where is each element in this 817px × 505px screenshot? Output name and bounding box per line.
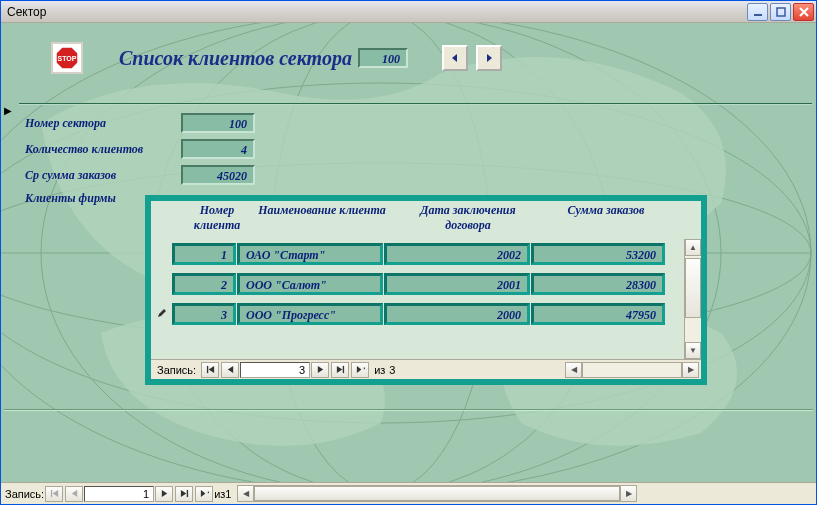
titlebar: Сектор [1, 1, 816, 23]
cell-sum[interactable]: 47950 [531, 303, 665, 325]
next-record-button[interactable] [311, 362, 329, 378]
svg-marker-28 [201, 490, 206, 497]
scroll-thumb[interactable] [685, 258, 701, 318]
current-record-marker: ▶ [4, 105, 14, 116]
cell-name[interactable]: ООО "Прогресс" [237, 303, 383, 325]
avg-sum-label: Ср сумма заказов [25, 168, 181, 183]
record-label: Запись: [157, 364, 196, 376]
svg-marker-15 [208, 366, 213, 373]
sector-code-display: 100 [358, 48, 408, 68]
client-count-field: 4 [181, 139, 255, 159]
edit-row-marker-icon[interactable] [153, 308, 171, 320]
client-count-label: Количество клиентов [25, 142, 181, 157]
svg-marker-13 [487, 54, 492, 62]
form-content: STOP Список клиентов сектора 100 ▶ Номер… [1, 23, 816, 482]
col-header-name: Наименование клиента [249, 203, 395, 233]
close-button[interactable] [793, 3, 814, 21]
new-record-button[interactable]: * [195, 486, 213, 502]
first-record-button[interactable] [45, 486, 63, 502]
svg-marker-12 [452, 54, 457, 62]
hscroll-thumb[interactable] [254, 486, 620, 501]
subform-header-row: Номер клиента Наименование клиента Дата … [151, 201, 701, 239]
window-title: Сектор [7, 5, 745, 19]
cell-sum[interactable]: 53200 [531, 243, 665, 265]
avg-sum-field: 45020 [181, 165, 255, 185]
prev-record-button[interactable] [221, 362, 239, 378]
cell-date[interactable]: 2000 [384, 303, 530, 325]
page-title: Список клиентов сектора [119, 47, 352, 70]
col-header-sum: Сумма заказов [541, 203, 671, 233]
record-number-input[interactable] [84, 486, 154, 502]
app-window: Сектор [0, 0, 817, 505]
last-record-button[interactable] [175, 486, 193, 502]
svg-marker-26 [181, 490, 186, 497]
svg-marker-20 [357, 366, 362, 373]
cell-name[interactable]: ООО "Салют" [237, 273, 383, 295]
clients-subform: Номер клиента Наименование клиента Дата … [145, 195, 707, 385]
prev-sector-button[interactable] [442, 45, 468, 71]
svg-marker-17 [317, 366, 322, 373]
hscroll-track[interactable] [254, 485, 620, 502]
cell-sum[interactable]: 28300 [531, 273, 665, 295]
hscroll-right-button[interactable]: ▶ [682, 362, 699, 378]
svg-marker-16 [227, 366, 232, 373]
table-row: 2 ООО "Салют" 2001 28300 [151, 269, 684, 299]
subform-record-navigator: Запись: * из 3 ◀ ▶ [151, 359, 701, 379]
cell-num[interactable]: 3 [172, 303, 236, 325]
svg-rect-19 [342, 366, 343, 373]
subform-vertical-scrollbar[interactable]: ▲ ▼ [684, 239, 701, 359]
subform-body: 1 ОАО "Старт" 2002 53200 2 ООО "Салют" 2… [151, 239, 701, 359]
new-record-button[interactable]: * [351, 362, 369, 378]
sector-number-field[interactable]: 100 [181, 113, 255, 133]
svg-text:*: * [207, 489, 209, 498]
table-row: 3 ООО "Прогресс" 2000 47950 [151, 299, 684, 329]
form-header: STOP Список клиентов сектора 100 [1, 33, 816, 83]
cell-num[interactable]: 1 [172, 243, 236, 265]
svg-marker-23 [52, 490, 57, 497]
col-header-num: Номер клиента [185, 203, 249, 233]
sector-number-label: Номер сектора [25, 116, 181, 131]
next-record-button[interactable] [155, 486, 173, 502]
scroll-down-button[interactable]: ▼ [685, 342, 701, 359]
hscroll-track[interactable] [582, 362, 682, 378]
prev-record-button[interactable] [65, 486, 83, 502]
svg-text:*: * [363, 365, 365, 374]
separator [19, 103, 812, 105]
svg-rect-0 [754, 14, 762, 16]
maximize-button[interactable] [770, 3, 791, 21]
svg-marker-24 [71, 490, 76, 497]
record-label: Запись: [5, 488, 44, 500]
total-records: 1 [225, 488, 231, 500]
svg-text:STOP: STOP [58, 55, 77, 62]
stop-icon[interactable]: STOP [51, 42, 83, 74]
table-row: 1 ОАО "Старт" 2002 53200 [151, 239, 684, 269]
svg-rect-27 [186, 490, 187, 497]
col-header-date: Дата заключения договора [395, 203, 541, 233]
svg-marker-25 [161, 490, 166, 497]
hscroll-left-button[interactable]: ◀ [237, 485, 254, 502]
detail-footer-separator [4, 409, 813, 411]
scroll-up-button[interactable]: ▲ [685, 239, 701, 256]
cell-name[interactable]: ОАО "Старт" [237, 243, 383, 265]
main-record-navigator: Запись: * из 1 ◀ ▶ [1, 482, 816, 504]
scroll-track[interactable] [685, 256, 701, 342]
next-sector-button[interactable] [476, 45, 502, 71]
cell-date[interactable]: 2002 [384, 243, 530, 265]
hscroll-left-button[interactable]: ◀ [565, 362, 582, 378]
svg-marker-18 [337, 366, 342, 373]
last-record-button[interactable] [331, 362, 349, 378]
main-horizontal-scrollbar[interactable]: ◀ ▶ [237, 485, 637, 502]
svg-rect-14 [207, 366, 208, 373]
svg-rect-22 [51, 490, 52, 497]
total-records: 3 [389, 364, 395, 376]
cell-date[interactable]: 2001 [384, 273, 530, 295]
minimize-button[interactable] [747, 3, 768, 21]
first-record-button[interactable] [201, 362, 219, 378]
of-label: из [214, 488, 225, 500]
hscroll-right-button[interactable]: ▶ [620, 485, 637, 502]
cell-num[interactable]: 2 [172, 273, 236, 295]
svg-rect-1 [777, 8, 785, 16]
record-number-input[interactable] [240, 362, 310, 378]
of-label: из [374, 364, 385, 376]
